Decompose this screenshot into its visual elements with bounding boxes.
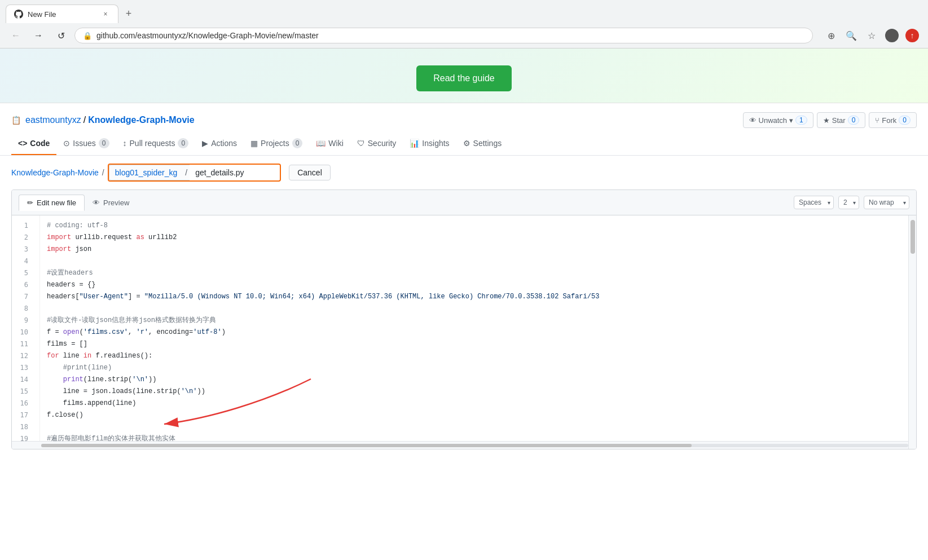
line-num-18: 18 <box>12 421 33 433</box>
line-num-5: 5 <box>12 267 33 279</box>
path-input-wrapper: blog01_spider_kg / <box>108 164 281 182</box>
editor-container: ✏ Edit new file 👁 Preview Spaces Tabs <box>11 189 917 449</box>
tab-issues[interactable]: ⊙ Issues 0 <box>56 133 116 155</box>
repo-name-link[interactable]: Knowledge-Graph-Movie <box>88 115 194 125</box>
star-button[interactable]: ★ Star 0 <box>817 112 866 128</box>
address-text: github.com/eastmountyxz/Knowledge-Graph-… <box>96 31 804 40</box>
line-num-1: 1 <box>12 220 33 232</box>
top-banner: Read the guide <box>0 48 928 103</box>
spaces-select[interactable]: Spaces Tabs <box>794 196 834 209</box>
back-button[interactable]: ← <box>7 27 25 45</box>
tab-settings[interactable]: ⚙ Settings <box>456 133 509 155</box>
update-icon: ↑ <box>905 29 919 42</box>
path-slash: / <box>102 168 104 177</box>
horizontal-scrollbar-thumb[interactable] <box>41 444 692 447</box>
fork-count: 0 <box>899 116 911 125</box>
fork-label: Fork <box>882 116 896 125</box>
line-num-6: 6 <box>12 279 33 291</box>
code-content[interactable]: # coding: utf-8 import urllib.request as… <box>40 215 916 441</box>
code-line-16: films.append(line) <box>47 398 909 409</box>
lock-icon: 🔒 <box>83 32 92 40</box>
line-num-12: 12 <box>12 350 33 362</box>
line-num-8: 8 <box>12 303 33 315</box>
projects-tab-label: Projects <box>261 139 289 148</box>
projects-count: 0 <box>292 138 303 148</box>
unwatch-label: Unwatch <box>759 116 788 125</box>
line-num-7: 7 <box>12 291 33 303</box>
nav-tabs: <> Code ⊙ Issues 0 ↕ Pull requests 0 ▶ A… <box>0 133 928 156</box>
repo-breadcrumb-link[interactable]: Knowledge-Graph-Movie <box>11 168 99 177</box>
pr-tab-icon: ↕ <box>123 139 127 148</box>
breadcrumb-separator: / <box>83 115 86 125</box>
code-line-17: f.close() <box>47 409 909 421</box>
preview-tab[interactable]: 👁 Preview <box>85 195 137 210</box>
reload-button[interactable]: ↺ <box>52 27 70 45</box>
profile-button[interactable] <box>883 27 901 45</box>
tab-code[interactable]: <> Code <box>11 133 56 155</box>
cancel-button[interactable]: Cancel <box>289 165 331 180</box>
tab-projects[interactable]: ▦ Projects 0 <box>244 133 309 155</box>
update-button[interactable]: ↑ <box>903 27 921 45</box>
folder-segment: blog01_spider_kg <box>109 165 183 180</box>
indent-select[interactable]: 2 4 8 <box>838 196 859 209</box>
tab-pull-requests[interactable]: ↕ Pull requests 0 <box>116 133 196 155</box>
security-tab-label: Security <box>368 139 397 148</box>
fork-button[interactable]: ⑂ Fork 0 <box>869 112 917 128</box>
search-button[interactable]: 🔍 <box>842 27 860 45</box>
chevron-icon: ▾ <box>789 116 793 125</box>
code-editor[interactable]: 1 2 3 4 5 6 7 8 9 10 11 12 13 14 15 16 1 <box>12 215 916 441</box>
vertical-scrollbar[interactable] <box>908 215 916 441</box>
address-bar[interactable]: 🔒 github.com/eastmountyxz/Knowledge-Grap… <box>74 28 813 43</box>
code-line-4 <box>47 255 909 267</box>
profile-icon <box>885 29 899 42</box>
code-line-19: #遍历每部电影film的实体并获取其他实体 <box>47 433 909 441</box>
browser-tab[interactable]: New File × <box>6 5 118 23</box>
wiki-tab-label: Wiki <box>328 139 343 148</box>
bookmark-button[interactable]: ☆ <box>863 27 881 45</box>
unwatch-button[interactable]: 👁 Unwatch ▾ 1 <box>743 112 813 128</box>
line-num-17: 17 <box>12 409 33 421</box>
editor-scroll: 1 2 3 4 5 6 7 8 9 10 11 12 13 14 15 16 1 <box>12 215 916 449</box>
code-line-2: import urllib.request as urllib2 <box>47 232 909 244</box>
tab-actions[interactable]: ▶ Actions <box>195 133 244 155</box>
code-line-18 <box>47 421 909 433</box>
main-content: 📋 eastmountyxz / Knowledge-Graph-Movie 👁… <box>0 103 928 449</box>
read-guide-button[interactable]: Read the guide <box>416 65 512 91</box>
path-separator-slash: / <box>183 165 190 180</box>
code-line-11: films = [] <box>47 338 909 350</box>
code-line-8 <box>47 303 909 315</box>
file-path-row: Knowledge-Graph-Movie / blog01_spider_kg… <box>0 156 928 189</box>
code-line-10: f = open('films.csv', 'r', encoding='utf… <box>47 327 909 338</box>
code-line-3: import json <box>47 244 909 255</box>
tab-insights[interactable]: 📊 Insights <box>403 133 456 155</box>
scrollbar-thumb[interactable] <box>911 220 915 254</box>
tab-bar: New File × + <box>0 0 928 23</box>
browser-chrome: New File × + ← → ↺ 🔒 github.com/eastmoun… <box>0 0 928 48</box>
wrap-select[interactable]: No wrap Soft wrap <box>864 196 909 209</box>
code-line-7: headers["User-Agent"] = "Mozilla/5.0 (Wi… <box>47 291 909 303</box>
security-tab-icon: 🛡 <box>357 139 365 148</box>
eye-preview-icon: 👁 <box>93 199 100 207</box>
tab-wiki[interactable]: 📖 Wiki <box>309 133 350 155</box>
actions-tab-icon: ▶ <box>202 139 208 148</box>
translate-button[interactable]: ⊕ <box>822 27 840 45</box>
code-line-9: #读取文件-读取json信息并将json格式数据转换为字典 <box>47 315 909 327</box>
insights-tab-label: Insights <box>422 139 449 148</box>
filename-input[interactable] <box>190 165 280 180</box>
star-icon: ★ <box>823 116 830 125</box>
repo-owner-link[interactable]: eastmountyxz <box>25 115 81 125</box>
tab-title: New File <box>28 10 56 19</box>
edit-new-file-tab[interactable]: ✏ Edit new file <box>19 195 85 211</box>
tab-security[interactable]: 🛡 Security <box>350 133 403 155</box>
pencil-icon: ✏ <box>27 199 33 207</box>
repo-actions: 👁 Unwatch ▾ 1 ★ Star 0 ⑂ Fork 0 <box>743 112 917 128</box>
tab-close-button[interactable]: × <box>101 10 110 19</box>
pr-tab-label: Pull requests <box>130 139 175 148</box>
forward-button[interactable]: → <box>29 27 47 45</box>
new-tab-button[interactable]: + <box>121 6 137 22</box>
code-line-6: headers = {} <box>47 279 909 291</box>
issues-tab-label: Issues <box>73 139 95 148</box>
spaces-select-wrapper: Spaces Tabs <box>794 196 834 209</box>
line-num-19: 19 <box>12 433 33 441</box>
edit-tab-label: Edit new file <box>37 199 76 207</box>
